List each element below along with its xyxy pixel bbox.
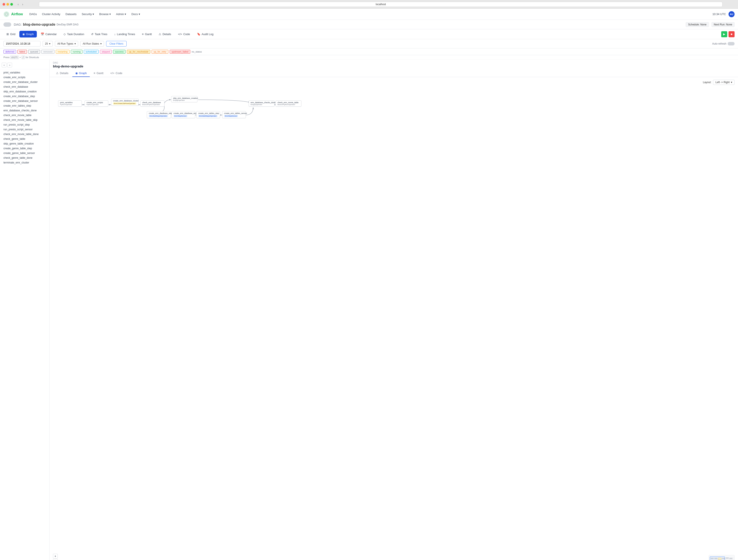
airflow-logo-icon: [3, 11, 9, 17]
status-scheduled[interactable]: scheduled: [84, 50, 98, 54]
tab-gantt[interactable]: ≡ Gantt: [139, 31, 155, 37]
dag-enable-toggle[interactable]: [3, 22, 11, 27]
sidebar-item-create-emr-database-cluster[interactable]: create_emr_database_cluster: [0, 80, 49, 84]
status-upstream-failed[interactable]: upstream_failed: [169, 50, 190, 54]
tab-calendar[interactable]: 📅 Calendar: [38, 31, 60, 37]
layout-chevron-icon: ▾: [731, 81, 732, 84]
status-running[interactable]: running: [71, 50, 83, 54]
status-up-for-reschedule[interactable]: up_for_reschedule: [127, 50, 150, 54]
sidebar-item-check-genre-table-done[interactable]: check_genre_table_done: [0, 156, 49, 160]
tab-graph[interactable]: ◉ Graph: [19, 31, 37, 37]
nav-security[interactable]: Security ▾: [79, 11, 96, 17]
status-failed[interactable]: failed: [17, 50, 27, 54]
graph-canvas[interactable]: Layout: Left -> Right ▾: [49, 77, 738, 560]
status-up-for-retry[interactable]: up_for_retry: [151, 50, 168, 54]
status-restarting[interactable]: restarting: [56, 50, 69, 54]
tab-details[interactable]: ⚠ Details: [156, 31, 174, 37]
dag-node-create-emr-tables-sensor[interactable]: create_emr_tables_sensor EmrStepSensor: [222, 111, 246, 118]
run-count-select[interactable]: 25 ▾: [43, 41, 53, 46]
run-type-select[interactable]: All Run Types ▾: [55, 41, 78, 46]
sub-tab-gantt[interactable]: ≡ Gantt: [91, 70, 106, 77]
sub-tab-graph-label: Graph: [79, 71, 87, 75]
zoom-in-button[interactable]: +: [53, 554, 58, 558]
nav-admin[interactable]: Admin ▾: [114, 11, 128, 17]
sidebar-item-run-presto-script-step[interactable]: run_presto_script_step: [0, 122, 49, 127]
dag-node-create-emr-tables-step[interactable]: create_emr_tables_step EmrAddStepsOperat…: [196, 111, 220, 118]
traffic-light-yellow[interactable]: [6, 3, 9, 6]
nav-dags[interactable]: DAGs: [27, 11, 39, 17]
run-state-value: All Run States: [83, 42, 99, 45]
sub-tab-code[interactable]: </> Code: [107, 70, 125, 77]
tab-code[interactable]: </> Code: [175, 31, 193, 37]
sidebar-item-skip-genre-table-creation[interactable]: skip_genre_table_creation: [0, 141, 49, 146]
sidebar-item-run-presto-script-sensor[interactable]: run_presto_script_sensor: [0, 127, 49, 132]
zoom-out-button[interactable]: −: [53, 559, 58, 560]
sidebar-item-emr-database-checks-done[interactable]: emr_database_checks_done: [0, 108, 49, 113]
sub-tab-graph[interactable]: ◉ Graph: [72, 70, 90, 77]
utc-time[interactable]: 10:34 UTC: [712, 12, 726, 16]
sidebar-item-create-emr-database-sensor[interactable]: create_emr_database_sensor: [0, 99, 49, 103]
sidebar-item-check-genre-table[interactable]: check_genre_table: [0, 136, 49, 141]
status-skipped[interactable]: skipped: [100, 50, 112, 54]
auto-refresh-toggle[interactable]: [728, 42, 735, 45]
nav-browse[interactable]: Browse ▾: [97, 11, 113, 17]
address-text: localhost: [376, 3, 386, 6]
sub-tab-details[interactable]: ⚠ Details: [53, 70, 71, 77]
run-state-select[interactable]: All Run States ▾: [80, 41, 104, 46]
play-button[interactable]: ▶: [721, 31, 727, 37]
traffic-light-red[interactable]: [3, 3, 5, 6]
calendar-icon: 📅: [41, 32, 44, 36]
sidebar-item-create-genre-table-step[interactable]: create_genre_table_step: [0, 146, 49, 151]
sidebar-item-check-emr-movie-table[interactable]: check_emr_movie_table: [0, 113, 49, 117]
sidebar-item-create-genre-table-sensor[interactable]: create_genre_table_sensor: [0, 151, 49, 156]
user-avatar[interactable]: AU: [729, 11, 735, 17]
traffic-light-green[interactable]: [10, 3, 13, 6]
dag-node-create-emr-database-step[interactable]: create_emr_database_step EmrAddStepsOper…: [147, 111, 171, 118]
tab-task-tries[interactable]: ↺ Task Tries: [88, 31, 110, 37]
dag-node-check-emr-movie-table[interactable]: check_emr_movie_table BranchPythonOperat…: [276, 100, 301, 106]
tab-landing-times[interactable]: ↓ Landing Times: [111, 31, 138, 37]
address-bar[interactable]: localhost: [39, 2, 723, 7]
status-deferred[interactable]: deferred: [3, 50, 16, 54]
sub-tab-details-label: Details: [60, 71, 68, 75]
sidebar-item-create-emr-database-step[interactable]: create_emr_database_step: [0, 94, 49, 99]
dag-node-print-variables[interactable]: print_variables PythonOperator: [58, 100, 82, 106]
dag-header-right: Schedule: None Next Run: None: [686, 22, 735, 27]
datetime-filter[interactable]: [3, 41, 40, 46]
layout-value: Left -> Right: [715, 81, 730, 84]
tab-audit-log[interactable]: 🔖 Audit Log: [194, 31, 217, 37]
expand-btn[interactable]: »: [7, 63, 12, 67]
sidebar-item-create-emr-scripts[interactable]: create_emr_scripts: [0, 75, 49, 80]
dag-node-create-emr-database-sensor[interactable]: create_emr_database_sensor EmrStepSensor: [171, 111, 195, 118]
status-success[interactable]: success: [113, 50, 125, 54]
sidebar-item-skip-emr-database-creation[interactable]: skip_emr_database_creation: [0, 89, 49, 94]
stop-button[interactable]: ■: [729, 31, 735, 37]
back-button[interactable]: ‹: [16, 2, 20, 6]
tab-grid[interactable]: ⊞ Grid: [3, 31, 18, 37]
main-content: « » print_variables create_emr_scripts c…: [0, 60, 738, 560]
dag-node-skip-emr-database-creation[interactable]: skip_emr_database_creation EmptyOperator: [171, 96, 198, 102]
tab-task-duration[interactable]: ◇ Task Duration: [60, 31, 87, 37]
sidebar-item-print-variables[interactable]: print_variables: [0, 70, 49, 75]
nav-docs[interactable]: Docs ▾: [129, 11, 142, 17]
sidebar-item-create-emr-tables-step[interactable]: create_emr_tables_step: [0, 103, 49, 108]
status-queued[interactable]: queued: [28, 50, 40, 54]
dag-title: DAG: blog-demo-upgrade DevDay EMR DAG: [14, 23, 79, 26]
sidebar-item-check-emr-database[interactable]: check_emr_database: [0, 84, 49, 89]
layout-dropdown[interactable]: Left -> Right ▾: [713, 80, 735, 85]
svg-point-1: [6, 14, 7, 15]
dag-node-create-emr-scripts[interactable]: create_emr_scripts PythonOperator: [85, 100, 108, 106]
sidebar-item-check-emr-movie-table-done[interactable]: check_emr_movie_table_done: [0, 132, 49, 136]
navbar-logo[interactable]: Airflow: [3, 11, 23, 17]
dag-node-check-emr-database[interactable]: check_emr_database BranchPythonOperator: [140, 100, 164, 106]
nav-cluster-activity[interactable]: Cluster Activity: [40, 11, 62, 17]
forward-button[interactable]: ›: [21, 2, 25, 6]
sidebar-item-terminate-emr-cluster[interactable]: terminate_emr_cluster: [0, 160, 49, 165]
dag-node-emr-database-checks-done[interactable]: emr_database_checks_done EmptyOperator: [249, 100, 275, 106]
clear-filters-button[interactable]: Clear Filters: [106, 41, 126, 46]
collapse-left-btn[interactable]: «: [2, 63, 6, 67]
nav-datasets[interactable]: Datasets: [63, 11, 79, 17]
sidebar-item-check-emr-movie-table-skip[interactable]: check_emr_movie_table_skip: [0, 117, 49, 122]
status-removed[interactable]: removed: [41, 50, 54, 54]
dag-node-create-emr-database-cluster[interactable]: create_emr_database_cluster EmrCreateJob…: [111, 99, 139, 106]
